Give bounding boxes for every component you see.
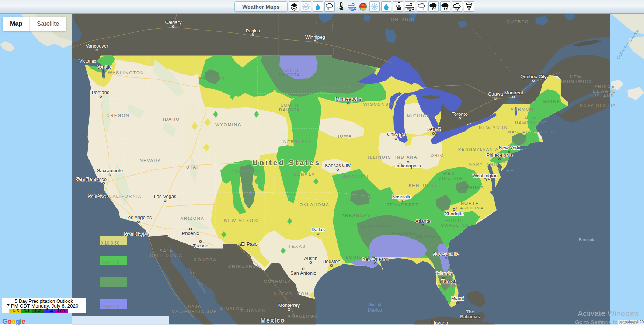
svg-text:BAJA: BAJA [160, 249, 173, 253]
svg-text:Vancouver: Vancouver [86, 43, 108, 49]
svg-text:IOWA: IOWA [338, 134, 352, 138]
svg-text:INDIANA: INDIANA [395, 155, 418, 159]
svg-text:0.10-0.50: 0.10-0.50 [101, 240, 119, 246]
svg-text:Las Vegas: Las Vegas [154, 194, 177, 199]
svg-text:MICHIGAN: MICHIGAN [407, 114, 434, 118]
svg-text:DURANGO: DURANGO [240, 308, 267, 313]
svg-text:Nashville: Nashville [392, 194, 412, 200]
svg-text:Bahamas: Bahamas [460, 314, 480, 319]
svg-text:ARIZONA: ARIZONA [180, 216, 204, 221]
svg-text:NOVA SCOTIA: NOVA SCOTIA [579, 103, 616, 108]
svg-text:Indianapolis: Indianapolis [395, 163, 421, 169]
svg-text:Detroit: Detroit [427, 126, 441, 132]
svg-text:NEW YORK: NEW YORK [479, 125, 508, 130]
svg-text:Dallas: Dallas [311, 227, 325, 232]
svg-text:EDWARD: EDWARD [593, 89, 616, 93]
svg-text:QUEBEC: QUEBEC [507, 20, 529, 24]
svg-text:Mexico: Mexico [260, 317, 285, 324]
svg-text:Kansas City: Kansas City [325, 163, 351, 168]
svg-text:0.50-1.00: 0.50-1.00 [101, 260, 119, 266]
svg-text:Washington: Washington [473, 173, 498, 178]
svg-text:Ottawa: Ottawa [488, 91, 503, 97]
svg-text:Phoenix: Phoenix [182, 230, 199, 236]
svg-text:San Diego: San Diego [124, 231, 146, 237]
svg-text:Atlanta: Atlanta [415, 218, 431, 224]
svg-text:MISSISSIPPI: MISSISSIPPI [361, 225, 394, 229]
svg-text:SONORA: SONORA [194, 257, 217, 262]
svg-text:SOUTH: SOUTH [446, 218, 464, 223]
svg-text:NEVADA: NEVADA [140, 158, 161, 163]
svg-text:PRINCE: PRINCE [594, 84, 615, 89]
svg-text:DAKOTA: DAKOTA [279, 73, 300, 77]
svg-text:CT: CT [524, 140, 531, 144]
svg-text:SOUTH: SOUTH [281, 103, 299, 107]
svg-text:LOUISIANA: LOUISIANA [346, 255, 375, 259]
svg-text:MASSACHUSETTS: MASSACHUSETTS [507, 130, 554, 134]
svg-text:WYOMING: WYOMING [215, 122, 242, 127]
svg-text:CAROLINA: CAROLINA [456, 206, 484, 210]
svg-text:MARYLAND: MARYLAND [468, 162, 498, 167]
svg-text:NJ: NJ [502, 160, 508, 164]
svg-text:Calgary: Calgary [165, 20, 182, 25]
svg-text:GEORGIA: GEORGIA [416, 234, 441, 239]
svg-text:1.00-2.00: 1.00-2.00 [101, 282, 119, 287]
svg-text:CALIFORNIA SUR: CALIFORNIA SUR [172, 309, 217, 313]
svg-text:CAROLINA: CAROLINA [441, 223, 469, 228]
svg-text:San Antonio: San Antonio [290, 270, 316, 276]
svg-text:NEW MEXICO: NEW MEXICO [224, 218, 259, 223]
svg-text:OHIO: OHIO [430, 153, 444, 157]
svg-text:Philadelphia: Philadelphia [487, 152, 513, 158]
svg-text:Charlotte: Charlotte [445, 211, 464, 216]
svg-text:PENNSYLVANIA: PENNSYLVANIA [458, 147, 499, 152]
svg-text:San Francisco: San Francisco [76, 177, 107, 182]
svg-text:Austin: Austin [304, 256, 317, 261]
svg-text:NUEVO LEON: NUEVO LEON [274, 292, 309, 296]
svg-text:Monterrey: Monterrey [278, 302, 300, 308]
svg-text:2.00-4.00: 2.00-4.00 [101, 304, 119, 309]
svg-text:BAJA: BAJA [188, 304, 202, 309]
svg-text:VERMONT: VERMONT [511, 107, 537, 111]
svg-text:Victoria: Victoria [79, 59, 94, 64]
svg-text:Bermuda: Bermuda [579, 237, 596, 242]
svg-text:WASHINGTON: WASHINGTON [108, 70, 145, 75]
svg-text:Orlando: Orlando [435, 271, 452, 276]
svg-text:Los Angeles: Los Angeles [126, 215, 152, 220]
svg-text:MINNESOTA: MINNESOTA [321, 85, 352, 89]
svg-text:HAMPSHIRE: HAMPSHIRE [515, 121, 547, 125]
svg-text:Winnipeg: Winnipeg [305, 34, 325, 40]
svg-text:KENTUCKY: KENTUCKY [409, 183, 438, 188]
svg-text:ONTARIO: ONTARIO [391, 17, 415, 22]
svg-text:Jacksonville: Jacksonville [433, 251, 459, 257]
svg-text:Houston: Houston [323, 259, 340, 264]
svg-text:Toronto: Toronto [452, 111, 467, 117]
svg-text:Montreal: Montreal [504, 90, 523, 96]
svg-text:NEBRASKA: NEBRASKA [283, 139, 313, 144]
svg-text:ISLAND: ISLAND [595, 94, 615, 98]
svg-text:VIRGINIA: VIRGINIA [438, 176, 463, 180]
svg-text:El Paso: El Paso [241, 241, 258, 247]
svg-text:WISCONSIN: WISCONSIN [363, 102, 394, 107]
svg-text:BRUNSWICK: BRUNSWICK [560, 79, 592, 84]
svg-text:TAMAULIPAS: TAMAULIPAS [285, 314, 318, 318]
svg-text:NORTH: NORTH [461, 201, 480, 205]
svg-text:WEST: WEST [443, 171, 458, 176]
svg-text:IDAHO: IDAHO [163, 117, 180, 121]
svg-text:New York: New York [499, 145, 519, 150]
svg-text:Portland: Portland [92, 90, 109, 95]
svg-text:Sacramento: Sacramento [97, 168, 123, 173]
svg-text:COLORADO: COLORADO [231, 170, 261, 174]
svg-text:DAKOTA: DAKOTA [279, 108, 300, 112]
svg-text:FLORIDA: FLORIDA [438, 283, 461, 288]
svg-text:VIRGINIA: VIRGINIA [460, 185, 484, 190]
svg-text:United States: United States [252, 158, 321, 167]
svg-text:ILLINOIS: ILLINOIS [368, 155, 391, 159]
svg-text:Minneapolis: Minneapolis [335, 96, 361, 102]
svg-text:The: The [466, 309, 474, 315]
svg-text:MISSOURI: MISSOURI [342, 174, 369, 179]
svg-text:KANSAS: KANSAS [294, 173, 316, 177]
svg-text:Quebec City: Quebec City [520, 74, 547, 79]
svg-text:Mexico: Mexico [368, 308, 382, 313]
svg-text:MAINE: MAINE [543, 99, 560, 104]
svg-text:COAHUILA: COAHUILA [264, 279, 292, 284]
svg-text:Miami: Miami [451, 296, 464, 301]
